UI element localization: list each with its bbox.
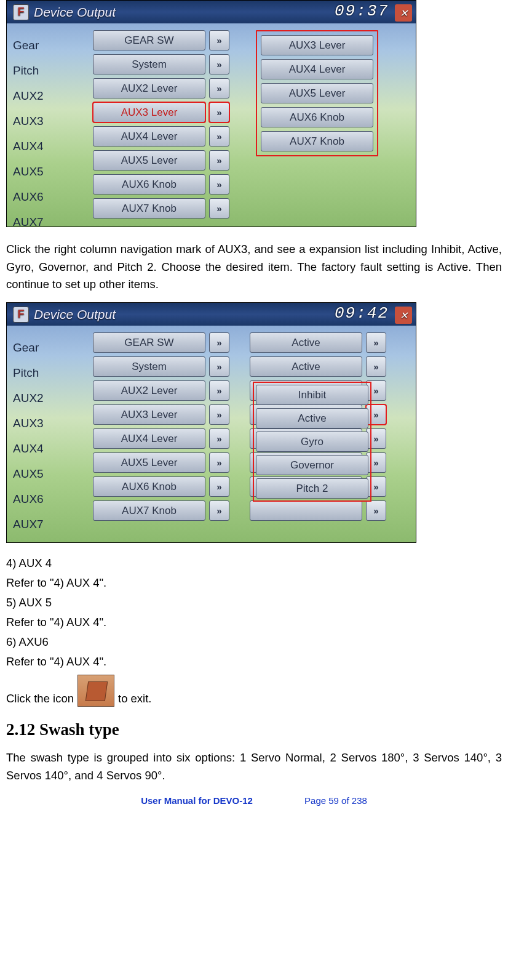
label-aux6: AUX6 [13, 187, 44, 207]
screenshot-device-output-b: F Device Output 09:42 ✕ Gear Pitch AUX2 … [6, 302, 416, 543]
chevron-right-icon[interactable]: » [209, 356, 229, 377]
btn-right-1[interactable]: Active [250, 356, 362, 377]
left-buttons-a: GEAR SW» System» AUX2 Lever» AUX3 Lever»… [93, 30, 229, 219]
step-4-heading: 4) AUX 4 [6, 556, 502, 570]
chevron-right-icon[interactable]: » [366, 500, 386, 521]
chevron-right-icon[interactable]: » [209, 78, 229, 98]
step-4-text: Refer to "4) AUX 4". [6, 576, 502, 590]
chevron-right-icon[interactable]: » [209, 404, 229, 425]
btn-aux7-knob[interactable]: AUX7 Knob [93, 198, 205, 219]
btn-system[interactable]: System [93, 356, 205, 377]
chevron-right-icon[interactable]: » [209, 126, 229, 147]
chevron-right-icon[interactable]: » [209, 54, 229, 74]
btn-gear-sw[interactable]: GEAR SW [93, 30, 205, 50]
app-logo-icon: F [13, 4, 29, 20]
step-6-text: Refer to "4) AUX 4". [6, 655, 502, 669]
popup-governor[interactable]: Governor [256, 455, 368, 475]
exit-text-pre: Click the icon [6, 691, 74, 707]
btn-aux5-lever[interactable]: AUX5 Lever [93, 150, 205, 171]
footer-page-number: Page 59 of 238 [304, 795, 367, 806]
btn-aux2-lever[interactable]: AUX2 Lever [93, 78, 205, 98]
btn-aux5-lever[interactable]: AUX5 Lever [93, 452, 205, 473]
chevron-right-icon[interactable]: » [209, 428, 229, 449]
label-gear: Gear [13, 35, 44, 56]
label-aux5: AUX5 [13, 161, 44, 182]
step-6-heading: 6) AXU6 [6, 635, 502, 649]
popup-b: Inhibit Active Gyro Governor Pitch 2 [253, 382, 371, 502]
btn-aux6-knob[interactable]: AUX6 Knob [93, 174, 205, 195]
btn-gear-sw[interactable]: GEAR SW [93, 332, 205, 353]
popup-pitch2[interactable]: Pitch 2 [256, 478, 368, 499]
screenshot-device-output-a: F Device Output 09:37 ✕ Gear Pitch AUX2 … [6, 0, 416, 227]
label-pitch: Pitch [13, 363, 44, 384]
label-aux3: AUX3 [13, 111, 44, 132]
chevron-right-icon[interactable]: » [209, 380, 229, 401]
footer-manual-name: User Manual for DEVO-12 [141, 795, 253, 806]
btn-aux3-lever[interactable]: AUX3 Lever [93, 102, 205, 122]
clock-readout: 09:42 [335, 304, 389, 323]
paragraph-swash: The swash type is grouped into six optio… [6, 749, 502, 784]
label-aux2: AUX2 [13, 388, 44, 409]
left-buttons-b: GEAR SW» System» AUX2 Lever» AUX3 Lever»… [93, 332, 229, 521]
section-heading-swash: 2.12 Swash type [6, 720, 502, 739]
app-logo-icon: F [13, 307, 29, 323]
chevron-right-icon[interactable]: » [209, 500, 229, 521]
exit-instruction-line: Click the icon to exit. [6, 675, 502, 707]
chevron-right-icon[interactable]: » [209, 174, 229, 195]
btn-aux7-knob[interactable]: AUX7 Knob [93, 500, 205, 521]
popup-a: AUX3 Lever AUX4 Lever AUX5 Lever AUX6 Kn… [256, 30, 378, 156]
chevron-right-icon[interactable]: » [209, 198, 229, 219]
window-title: Device Output [34, 307, 116, 322]
titlebar-b: F Device Output 09:42 ✕ [7, 303, 416, 326]
run-icon[interactable]: ✕ [395, 307, 412, 324]
chevron-right-icon[interactable]: » [209, 476, 229, 497]
chevron-right-icon[interactable]: » [209, 150, 229, 171]
popup-active[interactable]: Active [256, 408, 368, 428]
label-aux3: AUX3 [13, 413, 44, 434]
btn-right-0[interactable]: Active [250, 332, 362, 353]
label-pitch: Pitch [13, 60, 44, 81]
row-labels-b: Gear Pitch AUX2 AUX3 AUX4 AUX5 AUX6 AUX7 [13, 337, 44, 535]
label-aux2: AUX2 [13, 86, 44, 106]
window-title: Device Output [34, 5, 116, 20]
chevron-right-icon[interactable]: » [209, 102, 229, 122]
btn-aux6-knob[interactable]: AUX6 Knob [93, 476, 205, 497]
page-footer: User Manual for DEVO-12 Page 59 of 238 [6, 795, 502, 806]
clock-readout: 09:37 [335, 2, 389, 20]
label-aux7: AUX7 [13, 514, 44, 535]
label-aux5: AUX5 [13, 464, 44, 484]
chevron-right-icon[interactable]: » [209, 332, 229, 353]
label-aux4: AUX4 [13, 136, 44, 157]
paragraph-aux3-instructions: Click the right column navigation mark o… [6, 241, 502, 294]
titlebar-a: F Device Output 09:37 ✕ [7, 1, 416, 23]
run-icon[interactable]: ✕ [395, 4, 412, 22]
popup-aux7[interactable]: AUX7 Knob [261, 131, 373, 151]
label-aux6: AUX6 [13, 489, 44, 510]
popup-inhibit[interactable]: Inhibit [256, 385, 368, 405]
label-aux4: AUX4 [13, 438, 44, 459]
popup-aux4[interactable]: AUX4 Lever [261, 59, 373, 79]
btn-aux4-lever[interactable]: AUX4 Lever [93, 428, 205, 449]
chevron-right-icon[interactable]: » [209, 452, 229, 473]
popup-aux5[interactable]: AUX5 Lever [261, 83, 373, 103]
popup-aux3[interactable]: AUX3 Lever [261, 35, 373, 55]
row-labels-a: Gear Pitch AUX2 AUX3 AUX4 AUX5 AUX6 AUX7 [13, 35, 44, 233]
exit-text-post: to exit. [118, 691, 152, 707]
exit-icon [77, 675, 114, 707]
step-5-heading: 5) AUX 5 [6, 596, 502, 609]
label-gear: Gear [13, 337, 44, 358]
chevron-right-icon[interactable]: » [209, 30, 229, 50]
btn-right-7[interactable] [250, 500, 362, 521]
btn-aux3-lever[interactable]: AUX3 Lever [93, 404, 205, 425]
chevron-right-icon[interactable]: » [366, 332, 386, 353]
popup-box-a: AUX3 Lever AUX4 Lever AUX5 Lever AUX6 Kn… [256, 30, 378, 156]
step-5-text: Refer to "4) AUX 4". [6, 616, 502, 629]
label-aux7: AUX7 [13, 212, 44, 233]
btn-aux4-lever[interactable]: AUX4 Lever [93, 126, 205, 147]
popup-gyro[interactable]: Gyro [256, 432, 368, 452]
btn-system[interactable]: System [93, 54, 205, 74]
btn-aux2-lever[interactable]: AUX2 Lever [93, 380, 205, 401]
popup-aux6[interactable]: AUX6 Knob [261, 107, 373, 127]
chevron-right-icon[interactable]: » [366, 356, 386, 377]
